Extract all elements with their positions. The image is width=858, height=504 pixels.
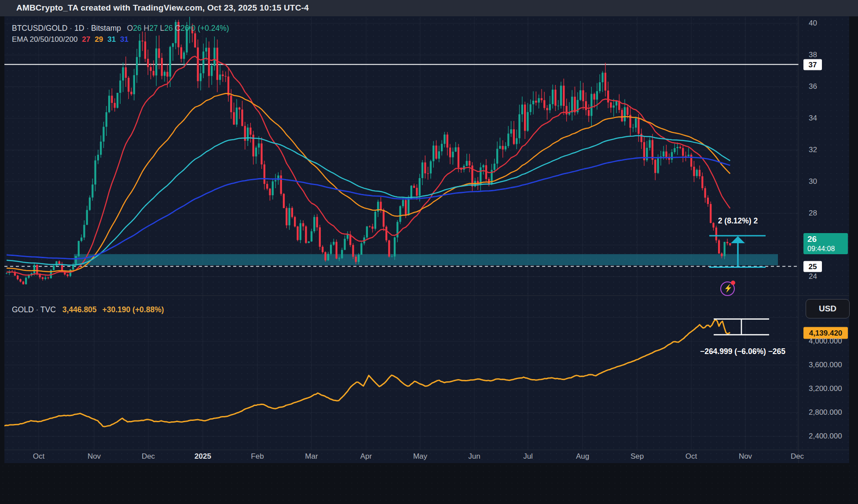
ema-label: EMA 20/50/100/200: [12, 35, 77, 44]
gold-y-tick: 3,200.000: [809, 384, 842, 393]
footer-bar: TradingView ❖ @ 加密小云日记: [0, 463, 858, 504]
main-y-tick: 28: [809, 209, 817, 218]
chart-canvas[interactable]: [0, 0, 858, 504]
price-range-label: 2 (8.12%) 2: [718, 216, 758, 226]
current-price: 26: [807, 234, 848, 245]
time-axis-label: May: [413, 452, 427, 461]
main-y-tick: 32: [809, 146, 817, 154]
ema-value: 27: [82, 35, 90, 44]
ohlc-value: 26: [164, 24, 172, 33]
time-axis-label: Mar: [305, 452, 318, 461]
countdown-timer: 09:44:08: [807, 245, 848, 253]
ohlc-label: C: [173, 24, 181, 33]
measure-arrowhead: [731, 236, 745, 243]
ohlc-label: L: [158, 24, 165, 33]
time-axis-label: Feb: [251, 452, 264, 461]
gold-y-tick: 4,000.000: [809, 337, 842, 346]
time-axis-label: Apr: [360, 452, 372, 461]
time-axis-label: Aug: [576, 452, 589, 461]
main-y-tick: 24: [809, 272, 817, 281]
time-axis-label: Oct: [686, 452, 697, 461]
symbol-legend[interactable]: BTCUSD/GOLD · 1D · Bitstamp O26 H27 L26 …: [12, 24, 229, 33]
legend-symbol: BTCUSD/GOLD: [12, 24, 67, 33]
ema-value: 29: [95, 35, 103, 44]
legend-change: 0 (+0.24%): [189, 24, 229, 33]
flash-sticker-icon: ⚡: [720, 281, 735, 296]
main-y-tick: 40: [809, 19, 817, 28]
candlestick-series: [6, 16, 731, 285]
legend-separator: ·: [67, 24, 74, 33]
ohlc-label: O: [125, 24, 133, 33]
support-price-badge: 25: [803, 261, 822, 272]
gold-y-tick: 2,800.000: [809, 408, 842, 417]
legend-exchange: Bitstamp: [91, 24, 121, 33]
resistance-price-badge: 37: [803, 59, 822, 70]
time-axis-label: Jun: [468, 452, 480, 461]
spacer: [121, 24, 125, 33]
ema200-line[interactable]: [7, 157, 730, 259]
currency-toggle-button[interactable]: USD: [806, 299, 850, 318]
time-axis-label: Oct: [33, 452, 44, 461]
main-y-tick: 30: [809, 177, 817, 186]
main-y-tick: 34: [809, 114, 817, 123]
time-axis-label: Dec: [142, 452, 155, 461]
red-dot-icon: [731, 281, 735, 285]
gold-change-value: +30.190 (+0.88%): [100, 305, 164, 314]
current-price-badge: 26 09:44:08: [803, 233, 848, 254]
time-axis-label: 2025: [194, 452, 211, 461]
tradingview-screenshot: AMBCrypto_TA created with TradingView.co…: [0, 0, 858, 504]
ema-value: 31: [107, 35, 116, 44]
gold-range-label: −264.999 (−6.06%) −265: [700, 347, 785, 356]
ema-value: 31: [120, 35, 128, 44]
time-axis-label: Nov: [88, 452, 101, 461]
gold-y-tick: 3,600.000: [809, 361, 842, 369]
main-y-tick: 36: [809, 82, 817, 91]
gold-line-series: [4, 319, 730, 427]
legend-interval: 1D: [74, 24, 84, 33]
ohlc-value: 26: [133, 24, 141, 33]
ema-legend[interactable]: EMA 20/50/100/20027293131: [12, 35, 128, 44]
time-axis-label: Sep: [631, 452, 644, 461]
lightning-icon: ⚡: [723, 284, 733, 293]
time-axis-label: Jul: [523, 452, 533, 461]
time-axis-label: Nov: [739, 452, 752, 461]
ohlc-value: 27: [149, 24, 158, 33]
gold-exchange: TVC: [40, 305, 56, 314]
main-y-tick: 38: [809, 51, 817, 59]
gold-symbol: GOLD: [12, 305, 34, 314]
gold-y-tick: 2,400.000: [809, 432, 842, 441]
ema20-line[interactable]: [7, 56, 730, 275]
legend-separator: ·: [84, 24, 91, 33]
legend-separator: ·: [34, 305, 40, 314]
ohlc-label: H: [142, 24, 150, 33]
ohlc-value: 26: [180, 24, 189, 33]
gold-price-line[interactable]: [4, 319, 730, 427]
time-axis-label: Dec: [791, 452, 804, 461]
gold-legend[interactable]: GOLD · TVC 3,446.805 +30.190 (+0.88%): [12, 305, 164, 314]
support-zone-rect[interactable]: [74, 254, 778, 265]
gold-price-value: 3,446.805: [60, 305, 97, 314]
